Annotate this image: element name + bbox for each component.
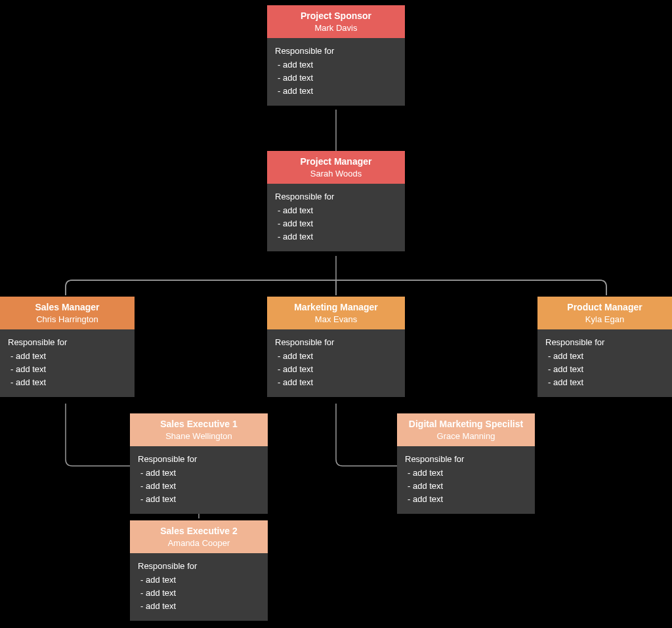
resp-line: - add text: [405, 480, 527, 493]
node-product-manager[interactable]: Product Manager Kyla Egan Responsible fo…: [537, 297, 672, 397]
resp-line: - add text: [138, 600, 260, 613]
node-body: Responsible for - add text - add text - …: [537, 329, 672, 397]
resp-line: - add text: [8, 363, 127, 376]
node-name: Amanda Cooper: [134, 538, 264, 549]
resp-line: - add text: [545, 350, 664, 363]
resp-line: - add text: [138, 493, 260, 506]
node-title: Marketing Manager: [271, 302, 401, 313]
resp-line: - add text: [138, 574, 260, 587]
resp-header: Responsible for: [275, 190, 397, 203]
resp-line: - add text: [275, 363, 397, 376]
resp-line: - add text: [138, 467, 260, 480]
node-title: Digital Marketing Specilist: [401, 419, 531, 430]
resp-line: - add text: [138, 480, 260, 493]
resp-header: Responsible for: [275, 336, 397, 349]
resp-header: Responsible for: [405, 453, 527, 466]
node-header: Sales Executive 1 Shane Wellington: [130, 413, 268, 446]
resp-line: - add text: [275, 217, 397, 230]
node-title: Project Sponsor: [271, 10, 401, 22]
node-name: Mark Davis: [271, 23, 401, 33]
resp-line: - add text: [405, 493, 527, 506]
resp-line: - add text: [545, 376, 664, 389]
node-name: Grace Manning: [401, 431, 531, 442]
node-name: Max Evans: [271, 314, 401, 325]
resp-line: - add text: [275, 350, 397, 363]
node-title: Project Manager: [271, 156, 401, 167]
node-name: Chris Harrington: [4, 314, 131, 325]
node-header: Sales Manager Chris Harrington: [0, 297, 135, 329]
node-project-manager[interactable]: Project Manager Sarah Woods Responsible …: [267, 151, 405, 251]
node-title: Sales Manager: [4, 302, 131, 313]
node-body: Responsible for - add text - add text - …: [130, 446, 268, 514]
node-project-sponsor[interactable]: Project Sponsor Mark Davis Responsible f…: [267, 5, 405, 106]
resp-line: - add text: [545, 363, 664, 376]
resp-line: - add text: [275, 376, 397, 389]
node-sales-executive-1[interactable]: Sales Executive 1 Shane Wellington Respo…: [130, 413, 268, 514]
resp-header: Responsible for: [8, 336, 127, 349]
resp-header: Responsible for: [138, 453, 260, 466]
resp-line: - add text: [8, 350, 127, 363]
node-title: Sales Executive 1: [134, 419, 264, 430]
node-body: Responsible for - add text - add text - …: [397, 446, 535, 514]
node-title: Sales Executive 2: [134, 526, 264, 537]
node-sales-manager[interactable]: Sales Manager Chris Harrington Responsib…: [0, 297, 135, 397]
node-digital-marketing-specialist[interactable]: Digital Marketing Specilist Grace Mannin…: [397, 413, 535, 514]
node-body: Responsible for - add text - add text - …: [130, 553, 268, 621]
node-header: Sales Executive 2 Amanda Cooper: [130, 520, 268, 553]
node-name: Sarah Woods: [271, 169, 401, 179]
resp-line: - add text: [405, 467, 527, 480]
resp-line: - add text: [275, 85, 397, 98]
node-body: Responsible for - add text - add text - …: [267, 38, 405, 106]
node-sales-executive-2[interactable]: Sales Executive 2 Amanda Cooper Responsi…: [130, 520, 268, 621]
node-header: Project Sponsor Mark Davis: [267, 5, 405, 38]
node-name: Shane Wellington: [134, 431, 264, 442]
node-name: Kyla Egan: [541, 314, 668, 325]
resp-header: Responsible for: [138, 560, 260, 573]
resp-line: - add text: [275, 230, 397, 243]
resp-line: - add text: [275, 58, 397, 72]
node-header: Project Manager Sarah Woods: [267, 151, 405, 184]
resp-line: - add text: [275, 72, 397, 85]
org-chart-canvas: Project Sponsor Mark Davis Responsible f…: [0, 0, 672, 628]
node-header: Product Manager Kyla Egan: [537, 297, 672, 329]
resp-line: - add text: [275, 204, 397, 217]
node-header: Marketing Manager Max Evans: [267, 297, 405, 329]
node-title: Product Manager: [541, 302, 668, 313]
resp-header: Responsible for: [545, 336, 664, 349]
node-body: Responsible for - add text - add text - …: [0, 329, 135, 397]
resp-header: Responsible for: [275, 45, 397, 58]
node-body: Responsible for - add text - add text - …: [267, 329, 405, 397]
resp-line: - add text: [138, 587, 260, 600]
resp-line: - add text: [8, 376, 127, 389]
node-marketing-manager[interactable]: Marketing Manager Max Evans Responsible …: [267, 297, 405, 397]
node-body: Responsible for - add text - add text - …: [267, 184, 405, 251]
node-header: Digital Marketing Specilist Grace Mannin…: [397, 413, 535, 446]
